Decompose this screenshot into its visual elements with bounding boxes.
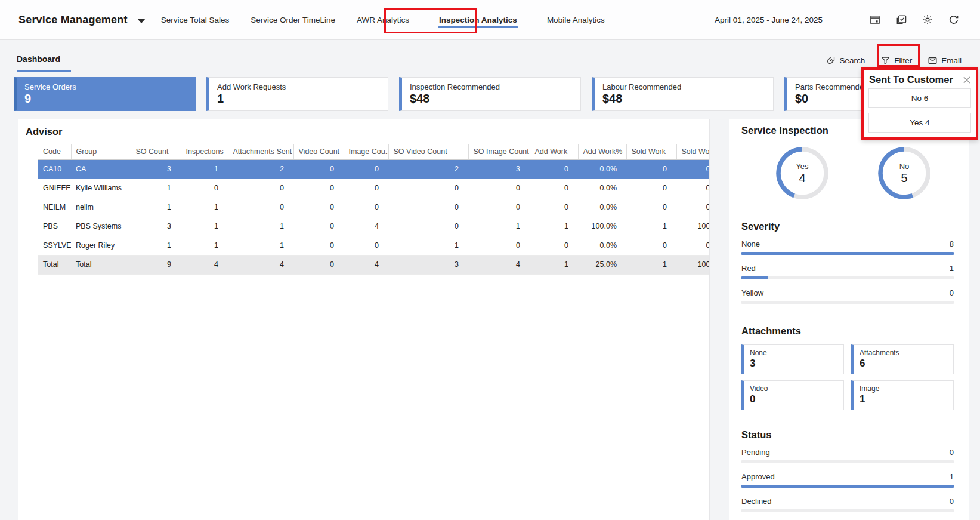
metric-value: 8 [950,239,954,248]
table-row[interactable]: NEILMneilm110000000.0%00.0% [38,198,710,217]
column-header[interactable]: Sold Work [626,144,676,159]
table-cell: 0 [530,159,578,179]
table-cell: 0 [468,236,530,255]
filter-option-yes[interactable]: Yes 4 [868,113,971,133]
kpi-label: Labour Recommended [602,82,773,91]
nav-tab-service-order-timeline[interactable]: Service Order TimeLine [251,12,335,28]
advisor-table: CodeGroupSO CountInspectionsAttachments … [38,144,710,275]
table-cell: 0 [293,255,344,274]
attachment-card-value: 0 [750,393,837,405]
kpi-card-inspection-recommended[interactable]: Inspection Recommended$48 [399,77,581,111]
table-cell: 1 [626,255,676,274]
refresh-icon[interactable] [948,14,960,26]
metric-bar-track [741,460,954,463]
nav-tab-mobile-analytics[interactable]: Mobile Analytics [547,12,605,28]
kpi-card-add-work-requests[interactable]: Add Work Requests1 [206,77,388,111]
kpi-card-labour-recommended[interactable]: Labour Recommended$48 [592,77,774,111]
table-cell: GNIEFE [38,179,71,198]
column-header[interactable]: Inspections [181,144,228,159]
table-row[interactable]: TotalTotal9440434125.0%1100.0% [38,255,710,274]
advisor-panel: Advisor CodeGroupSO CountInspectionsAtta… [18,119,710,520]
status-section: Status Pending0Approved1Declined0Deferre… [741,429,954,520]
attachment-card-video[interactable]: Video0 [741,380,844,410]
table-cell: 0.0% [676,236,710,255]
attachment-card-none[interactable]: None3 [741,344,844,374]
table-cell: 0 [468,198,530,217]
attachment-card-value: 3 [750,358,837,370]
donut-label: Yes [796,162,808,171]
table-cell: NEILM [38,198,71,217]
kpi-value: 9 [24,92,195,106]
attachment-card-label: Image [860,384,947,393]
tab-dashboard[interactable]: Dashboard [17,54,71,72]
metric-value: 1 [950,264,954,273]
table-row[interactable]: GNIEFEKylie Williams100000000.0%00.0% [38,179,710,198]
close-icon[interactable] [963,76,971,84]
filter-option-no[interactable]: No 6 [868,88,971,108]
kpi-value: $48 [410,92,580,106]
table-cell: 0 [530,236,578,255]
table-row[interactable]: PBSPBS Systems31104011100.0%1100.0% [38,217,710,236]
donut-text: Yes4 [774,144,831,202]
metric-bar-track [741,276,954,279]
table-row[interactable]: CA10CA312002300.0%00.0% [38,159,710,179]
kpi-card-service-orders[interactable]: Service Orders9 [14,77,196,111]
column-header[interactable]: SO Video Count [388,144,468,159]
table-cell: 4 [344,255,388,274]
table-cell: 3 [131,217,181,236]
table-cell: 0 [530,179,578,198]
metric-bar-track [741,509,954,512]
filter-button[interactable]: Filter [880,56,912,66]
table-cell: 1 [468,217,530,236]
column-header[interactable]: Image Cou... [344,144,388,159]
table-cell: 0 [388,198,468,217]
nav-tab-label: Mobile Analytics [547,16,605,24]
donut-no: No5 [876,144,933,202]
table-cell: 25.0% [578,255,626,274]
column-header[interactable]: Sold Work% [676,144,710,159]
email-button[interactable]: Email [928,56,962,66]
table-cell: 1 [530,255,578,274]
gear-icon[interactable] [922,14,933,26]
attachment-card-attachments[interactable]: Attachments6 [851,344,954,374]
metric-bar-approved: Approved1 [741,472,954,488]
table-cell: 0.0% [676,179,710,198]
attachment-card-value: 6 [860,358,947,370]
table-cell: 0.0% [578,159,626,179]
donut-yes: Yes4 [774,144,831,202]
column-header[interactable]: Video Count [293,144,344,159]
table-row[interactable]: SSYLVERoger Riley111001000.0%00.0% [38,236,710,255]
metric-bar-declined: Declined0 [741,497,954,512]
column-header[interactable]: Attachments Sent [228,144,293,159]
table-cell: 1 [131,198,181,217]
table-cell: 0 [468,179,530,198]
donut-value: 5 [901,171,907,185]
column-header[interactable]: Add Work [530,144,578,159]
column-header[interactable]: SO Count [131,144,181,159]
table-cell: 1 [131,236,181,255]
nav-tab-inspection-analytics[interactable]: Inspection Analytics [431,10,525,30]
attachment-card-image[interactable]: Image1 [851,380,954,410]
nav-tab-label: Inspection Analytics [439,16,517,24]
metric-bar-fill [741,485,954,488]
attachment-card-value: 1 [860,393,947,405]
table-cell: 0 [530,198,578,217]
table-cell: 1 [388,236,468,255]
nav-tab-service-total-sales[interactable]: Service Total Sales [161,12,230,28]
chevron-down-icon[interactable] [137,19,146,23]
column-header[interactable]: Add Work% [578,144,626,159]
select-report-icon[interactable] [895,14,907,26]
date-range-label[interactable]: April 01, 2025 - June 24, 2025 [715,16,823,24]
search-button[interactable]: Search [826,56,865,66]
metric-bar-head: Red1 [741,264,954,273]
main-content: Advisor CodeGroupSO CountInspectionsAtta… [0,119,980,520]
column-header[interactable]: Group [71,144,131,159]
calendar-icon[interactable] [869,14,881,26]
table-cell: 1 [181,217,228,236]
metric-label: Pending [741,448,770,457]
metric-label: None [741,239,760,248]
column-header[interactable]: SO Image Count [468,144,530,159]
column-header[interactable]: Code [38,144,71,159]
nav-tab-awr-analytics[interactable]: AWR Analytics [357,12,409,28]
metric-label: Approved [741,472,775,481]
